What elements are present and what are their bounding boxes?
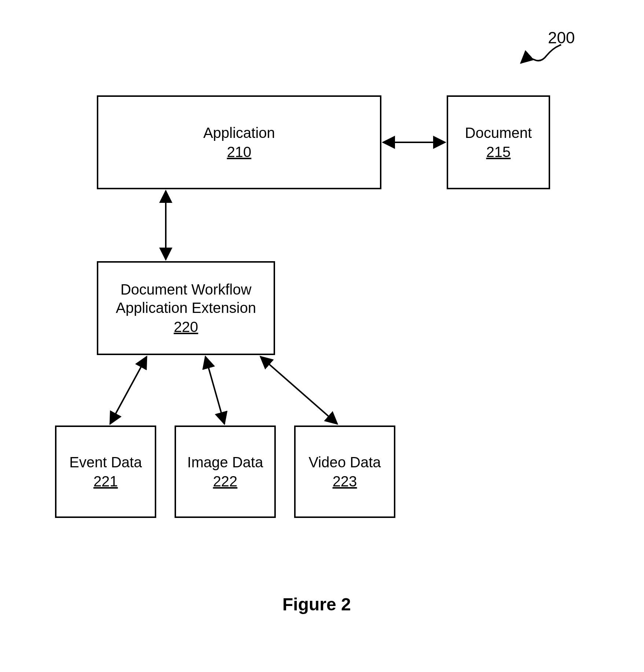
box-document-label: Document <box>465 124 532 142</box>
leader-arrow-icon <box>521 45 561 63</box>
box-application-label: Application <box>203 124 275 142</box>
box-video: Video Data 223 <box>294 426 395 518</box>
box-image-label: Image Data <box>187 453 263 471</box>
box-image-ref: 222 <box>213 472 238 490</box>
arrow-extension-video-icon <box>260 357 337 424</box>
diagram-canvas: 200 Application 210 Document 215 Documen… <box>0 0 644 672</box>
box-event-ref: 221 <box>94 472 118 490</box>
box-extension-ref: 220 <box>174 318 198 336</box>
box-application-ref: 210 <box>227 143 252 161</box>
box-image: Image Data 222 <box>175 426 276 518</box>
box-application: Application 210 <box>97 95 381 189</box>
box-video-ref: 223 <box>333 472 357 490</box>
arrow-extension-event-icon <box>110 357 147 424</box>
figure-caption: Figure 2 <box>282 594 351 614</box>
box-video-label: Video Data <box>308 453 381 471</box>
diagram-ref-label: 200 <box>548 29 575 47</box>
arrow-extension-image-icon <box>205 357 224 424</box>
box-extension-label: Document Workflow Application Extension <box>116 280 256 317</box>
box-event: Event Data 221 <box>55 426 156 518</box>
box-document-ref: 215 <box>486 143 511 161</box>
box-document: Document 215 <box>447 95 550 189</box>
box-extension: Document Workflow Application Extension … <box>97 261 275 355</box>
box-event-label: Event Data <box>69 453 142 471</box>
